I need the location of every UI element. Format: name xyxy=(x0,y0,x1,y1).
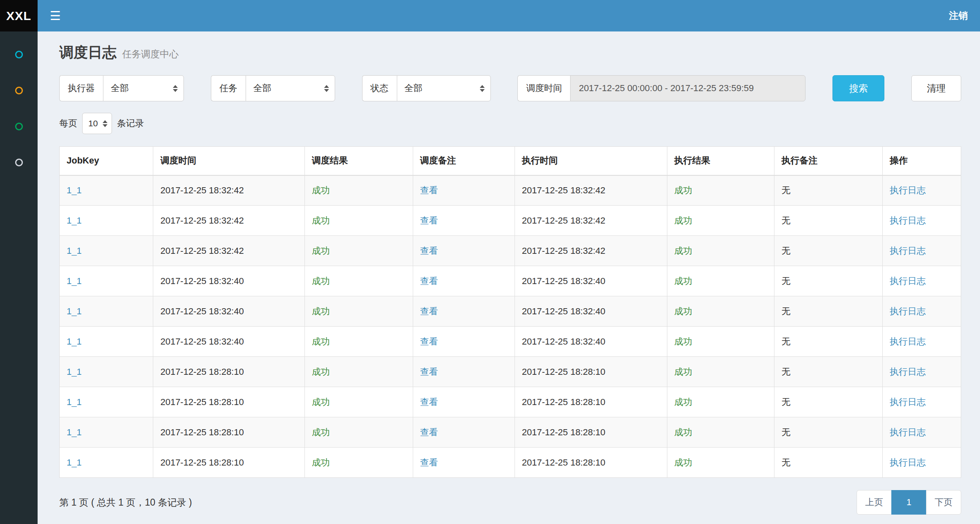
table-row: 1_1 2017-12-25 18:32:40 成功 查看 2017-12-25… xyxy=(60,327,961,357)
page-1-button[interactable]: 1 xyxy=(891,490,926,515)
execution-log-link[interactable]: 执行日志 xyxy=(890,367,926,377)
sidebar-item-1[interactable] xyxy=(0,36,38,72)
page-title: 调度日志 xyxy=(59,43,116,62)
handle-result-cell: 成功 xyxy=(667,206,774,236)
handle-result-cell: 成功 xyxy=(667,175,774,206)
jobkey-link[interactable]: 1_1 xyxy=(67,246,82,256)
sidebar-item-2[interactable] xyxy=(0,72,38,108)
app-logo[interactable]: XXL xyxy=(0,0,38,31)
status-select[interactable]: 全部 xyxy=(397,75,491,101)
trigger-msg-cell: 查看 xyxy=(413,448,515,478)
table-row: 1_1 2017-12-25 18:28:10 成功 查看 2017-12-25… xyxy=(60,448,961,478)
sidebar-item-3[interactable] xyxy=(0,108,38,144)
handle-result-cell: 成功 xyxy=(667,387,774,417)
handle-result-cell: 成功 xyxy=(667,327,774,357)
table-footer: 第 1 页 ( 总共 1 页，10 条记录 ) 上页 1 下页 xyxy=(59,490,961,524)
handle-time-cell: 2017-12-25 18:32:40 xyxy=(515,327,667,357)
action-cell: 执行日志 xyxy=(883,417,961,448)
action-cell: 执行日志 xyxy=(883,296,961,327)
sidebar-toggle-icon[interactable]: ☰ xyxy=(50,10,61,22)
logout-link[interactable]: 注销 xyxy=(949,9,968,22)
trigger-msg-cell: 查看 xyxy=(413,236,515,266)
job-select[interactable]: 全部 xyxy=(246,75,335,101)
view-trigger-msg-link[interactable]: 查看 xyxy=(420,246,438,256)
handle-result-text: 成功 xyxy=(674,276,692,286)
status-select-value: 全部 xyxy=(405,82,423,94)
view-trigger-msg-link[interactable]: 查看 xyxy=(420,185,438,195)
handle-result-cell: 成功 xyxy=(667,357,774,387)
select-arrows-icon xyxy=(480,85,485,92)
execution-log-link[interactable]: 执行日志 xyxy=(890,246,926,256)
trigger-result-text: 成功 xyxy=(312,246,330,256)
execution-log-link[interactable]: 执行日志 xyxy=(890,457,926,468)
handle-time-cell: 2017-12-25 18:28:10 xyxy=(515,357,667,387)
handle-result-cell: 成功 xyxy=(667,417,774,448)
view-trigger-msg-link[interactable]: 查看 xyxy=(420,397,438,407)
trigger-result-text: 成功 xyxy=(312,336,330,347)
jobkey-link[interactable]: 1_1 xyxy=(67,427,82,437)
execution-log-link[interactable]: 执行日志 xyxy=(890,306,926,316)
action-cell: 执行日志 xyxy=(883,357,961,387)
jobkey-link[interactable]: 1_1 xyxy=(67,185,82,195)
pagination: 上页 1 下页 xyxy=(857,490,961,515)
view-trigger-msg-link[interactable]: 查看 xyxy=(420,215,438,226)
page-size-select[interactable]: 10 xyxy=(82,113,112,134)
view-trigger-msg-link[interactable]: 查看 xyxy=(420,457,438,468)
trigger-time-cell: 2017-12-25 18:28:10 xyxy=(153,448,305,478)
view-trigger-msg-link[interactable]: 查看 xyxy=(420,276,438,286)
execution-log-link[interactable]: 执行日志 xyxy=(890,397,926,407)
search-button[interactable]: 搜索 xyxy=(832,75,884,101)
table-header-row: JobKey 调度时间 调度结果 调度备注 执行时间 执行结果 执行备注 操作 xyxy=(60,147,961,175)
action-cell: 执行日志 xyxy=(883,206,961,236)
handle-time-cell: 2017-12-25 18:32:42 xyxy=(515,236,667,266)
view-trigger-msg-link[interactable]: 查看 xyxy=(420,367,438,377)
trigger-result-cell: 成功 xyxy=(305,266,413,296)
trigger-result-cell: 成功 xyxy=(305,327,413,357)
col-header-handle-result: 执行结果 xyxy=(667,147,774,175)
trigger-time-cell: 2017-12-25 18:32:42 xyxy=(153,206,305,236)
col-header-handle-msg: 执行备注 xyxy=(774,147,883,175)
executor-select[interactable]: 全部 xyxy=(103,75,184,101)
jobkey-cell: 1_1 xyxy=(60,236,153,266)
jobkey-link[interactable]: 1_1 xyxy=(67,276,82,286)
prev-page-button[interactable]: 上页 xyxy=(857,490,892,515)
executor-select-value: 全部 xyxy=(111,82,129,94)
execution-log-link[interactable]: 执行日志 xyxy=(890,276,926,286)
jobkey-link[interactable]: 1_1 xyxy=(67,306,82,316)
trigger-result-text: 成功 xyxy=(312,397,330,407)
handle-time-cell: 2017-12-25 18:32:42 xyxy=(515,175,667,206)
select-arrows-icon xyxy=(324,85,329,92)
handle-result-text: 成功 xyxy=(674,427,692,437)
trigger-result-cell: 成功 xyxy=(305,206,413,236)
job-filter-label: 任务 xyxy=(211,75,246,101)
execution-log-link[interactable]: 执行日志 xyxy=(890,185,926,195)
page-subtitle: 任务调度中心 xyxy=(122,48,179,60)
view-trigger-msg-link[interactable]: 查看 xyxy=(420,336,438,347)
select-arrows-icon xyxy=(103,120,107,127)
jobkey-link[interactable]: 1_1 xyxy=(67,336,82,347)
sidebar-item-4[interactable] xyxy=(0,144,38,180)
view-trigger-msg-link[interactable]: 查看 xyxy=(420,427,438,437)
next-page-button[interactable]: 下页 xyxy=(926,490,961,515)
execution-log-link[interactable]: 执行日志 xyxy=(890,215,926,226)
col-header-trigger-result: 调度结果 xyxy=(305,147,413,175)
jobkey-cell: 1_1 xyxy=(60,296,153,327)
jobkey-link[interactable]: 1_1 xyxy=(67,397,82,407)
clear-button[interactable]: 清理 xyxy=(911,75,961,101)
execution-log-link[interactable]: 执行日志 xyxy=(890,427,926,437)
pagination-info: 第 1 页 ( 总共 1 页，10 条记录 ) xyxy=(59,496,192,509)
trigger-time-cell: 2017-12-25 18:32:40 xyxy=(153,266,305,296)
handle-result-text: 成功 xyxy=(674,215,692,226)
main-content: 调度日志 任务调度中心 执行器 全部 任务 全部 状态 全部 调度时 xyxy=(38,31,980,524)
jobkey-link[interactable]: 1_1 xyxy=(67,215,82,226)
trigger-result-cell: 成功 xyxy=(305,417,413,448)
jobkey-link[interactable]: 1_1 xyxy=(67,367,82,377)
time-range-input[interactable] xyxy=(570,75,805,101)
handle-result-text: 成功 xyxy=(674,397,692,407)
view-trigger-msg-link[interactable]: 查看 xyxy=(420,306,438,316)
execution-log-link[interactable]: 执行日志 xyxy=(890,336,926,347)
jobkey-link[interactable]: 1_1 xyxy=(67,457,82,468)
circle-icon xyxy=(15,51,23,58)
handle-msg-cell: 无 xyxy=(774,206,883,236)
table-row: 1_1 2017-12-25 18:32:42 成功 查看 2017-12-25… xyxy=(60,236,961,266)
